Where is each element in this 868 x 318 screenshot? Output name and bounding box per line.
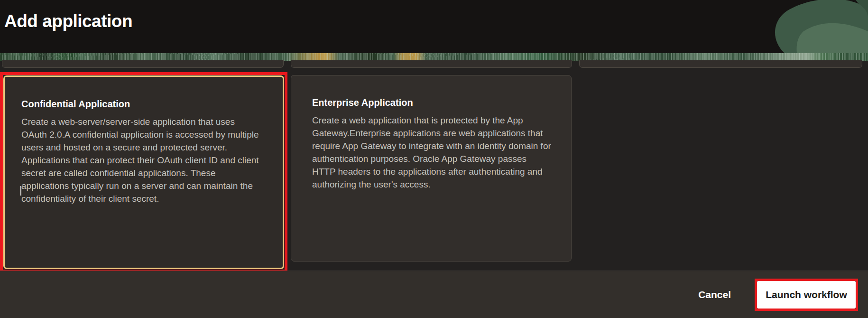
card-description: Create a web-server/server-side applicat… — [21, 115, 261, 205]
dialog-header: Add application — [0, 0, 868, 53]
page-title: Add application — [4, 11, 132, 31]
text-ibeam-cursor — [20, 186, 21, 196]
scrolled-card-edge-2[interactable] — [291, 60, 572, 68]
confidential-application-highlight: Confidential Application Create a web-se… — [0, 72, 287, 272]
card-title: Enterprise Application — [312, 97, 557, 108]
launch-workflow-highlight: Launch workflow — [755, 279, 858, 311]
card-title: Confidential Application — [21, 99, 268, 110]
card-enterprise-application[interactable]: Enterprise Application Create a web appl… — [291, 75, 572, 262]
card-gallery: Confidential Application Create a web-se… — [0, 61, 868, 271]
card-description: Create a web application that is protect… — [312, 114, 552, 191]
cancel-button[interactable]: Cancel — [693, 285, 736, 304]
dialog-footer: Cancel Launch workflow — [0, 271, 868, 318]
leaf-decoration-icon — [763, 0, 868, 53]
decorative-texture-band — [0, 53, 868, 61]
scrolled-card-edge-1[interactable] — [2, 60, 284, 68]
card-confidential-application[interactable]: Confidential Application Create a web-se… — [3, 75, 284, 269]
launch-workflow-button[interactable]: Launch workflow — [757, 281, 856, 309]
scrolled-card-edge-3[interactable] — [579, 60, 862, 68]
